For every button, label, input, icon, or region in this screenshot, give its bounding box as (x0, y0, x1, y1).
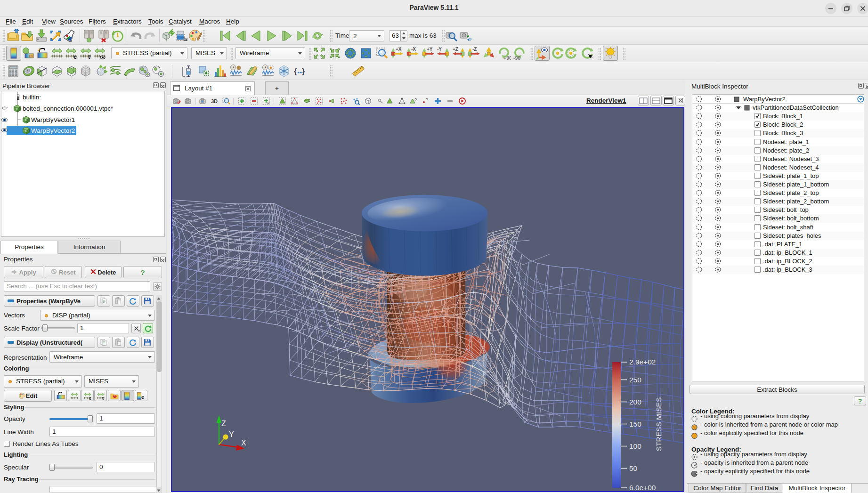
svg-text:-90: -90 (513, 55, 520, 60)
svg-text:+Z: +Z (453, 47, 458, 52)
svg-text:+90: +90 (503, 55, 511, 60)
svg-text:STRESS MISES: STRESS MISES (655, 397, 663, 452)
svg-text:-X: -X (411, 47, 416, 52)
svg-text:2.9e+02: 2.9e+02 (629, 358, 656, 366)
svg-text:250: 250 (629, 376, 641, 384)
svg-text:X: X (241, 439, 246, 447)
svg-text:6.0e+00: 6.0e+00 (629, 484, 656, 492)
svg-text:Y: Y (229, 430, 234, 438)
svg-text:50: 50 (629, 464, 638, 472)
svg-text:{: { (294, 67, 297, 75)
svg-text:}: } (302, 67, 305, 75)
svg-text:Z: Z (221, 420, 226, 428)
svg-text:?: ? (414, 97, 417, 102)
svg-text:t: t (102, 396, 104, 401)
svg-text:e: e (141, 394, 144, 400)
svg-text:-Z: -Z (472, 47, 477, 52)
svg-text:100: 100 (629, 442, 641, 450)
svg-text:c: c (73, 53, 77, 60)
svg-text:-Y: -Y (437, 47, 442, 52)
svg-text:?: ? (426, 97, 428, 102)
svg-text:200: 200 (629, 398, 641, 406)
svg-text:t: t (88, 53, 90, 60)
svg-text:+Y: +Y (427, 47, 433, 52)
svg-text:+X: +X (396, 47, 402, 52)
svg-text:c: c (89, 396, 91, 401)
svg-text:150: 150 (629, 420, 641, 428)
